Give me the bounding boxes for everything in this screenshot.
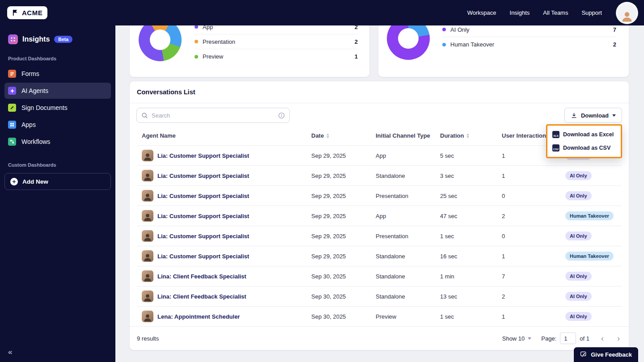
- sidebar-item-label: Forms: [21, 70, 39, 77]
- agent-avatar: [142, 290, 153, 302]
- nav-support[interactable]: Support: [581, 9, 602, 16]
- list-toolbar: Download: [130, 103, 629, 125]
- prev-page-button[interactable]: ‹: [599, 334, 606, 342]
- cell-duration: 13 sec: [440, 293, 502, 300]
- legend-dot: [442, 43, 446, 46]
- cell-date: Sep 29, 2025: [311, 233, 376, 240]
- give-feedback-button[interactable]: Give Feedback: [573, 347, 639, 362]
- sidebar-item-apps[interactable]: Apps: [4, 117, 111, 133]
- cell-date: Sep 29, 2025: [311, 253, 376, 260]
- cell-duration: 1 sec: [440, 233, 502, 240]
- cell-channel: Standalone: [376, 253, 440, 260]
- sort-icon[interactable]: [466, 134, 469, 138]
- list-footer: 9 results Show 10 Page: of 1 ‹ ›: [130, 326, 629, 350]
- info-icon[interactable]: [278, 112, 285, 119]
- table-row[interactable]: Lia: Customer Support Specialist Sep 29,…: [137, 206, 622, 226]
- nav-all-teams[interactable]: All Teams: [543, 9, 568, 16]
- status-badge: AI Only: [565, 191, 592, 200]
- sidebar-item-forms[interactable]: Forms: [4, 66, 111, 82]
- acme-logo[interactable]: ACME: [7, 6, 47, 19]
- feedback-label: Give Feedback: [591, 351, 632, 358]
- nav-workspace[interactable]: Workspace: [467, 9, 496, 16]
- table-row[interactable]: Lina: Client Feedback Specialist Sep 30,…: [137, 286, 622, 306]
- agent-name-link[interactable]: Lia: Customer Support Specialist: [157, 152, 249, 159]
- download-button[interactable]: Download: [564, 108, 622, 123]
- cell-duration: 16 sec: [440, 253, 502, 260]
- agent-name-link[interactable]: Lina: Client Feedback Specialist: [157, 293, 246, 300]
- cell-channel: Preview: [376, 313, 440, 320]
- cell-date: Sep 29, 2025: [311, 193, 376, 199]
- sidebar: Insights Beta Product Dashboards Forms A…: [0, 25, 115, 362]
- agent-name-link[interactable]: Lina: Client Feedback Specialist: [157, 273, 246, 280]
- sidebar-item-workflows[interactable]: Workflows: [4, 134, 111, 150]
- column-duration[interactable]: Duration: [440, 132, 502, 139]
- cell-channel: Standalone: [376, 173, 440, 179]
- page-total: of 1: [580, 335, 589, 342]
- table-row[interactable]: Lia: Customer Support Specialist Sep 29,…: [137, 246, 622, 266]
- status-badge: AI Only: [565, 272, 592, 281]
- show-per-page-select[interactable]: Show 10: [502, 335, 532, 342]
- download-excel-option[interactable]: XLS Download as Excel: [547, 128, 621, 141]
- agent-name-link[interactable]: Lena: Appointment Scheduler: [157, 313, 240, 320]
- agent-name-link[interactable]: Lia: Customer Support Specialist: [157, 213, 249, 219]
- logo-flag-icon: [12, 9, 19, 16]
- cell-interactions: 1: [502, 173, 565, 179]
- table-row[interactable]: Lia: Customer Support Specialist Sep 29,…: [137, 226, 622, 246]
- agent-avatar: [142, 250, 153, 262]
- list-title: Conversations List: [130, 81, 629, 103]
- cell-interactions: 7: [502, 273, 565, 280]
- sign-documents-icon: [8, 104, 16, 112]
- sidebar-item-label: Sign Documents: [21, 104, 68, 111]
- sort-icon[interactable]: [326, 134, 329, 138]
- cell-interactions: 2: [502, 293, 565, 300]
- search-input[interactable]: [152, 112, 275, 119]
- cell-channel: App: [376, 213, 440, 219]
- column-label: Duration: [440, 132, 464, 139]
- sidebar-item-sign-documents[interactable]: Sign Documents: [4, 100, 111, 116]
- table-row[interactable]: Lina: Client Feedback Specialist Sep 30,…: [137, 266, 622, 286]
- cell-interactions: 0: [502, 193, 565, 199]
- user-avatar[interactable]: [617, 3, 637, 23]
- legend-item: Presentation 2: [195, 34, 358, 49]
- agent-name-link[interactable]: Lia: Customer Support Specialist: [157, 253, 249, 260]
- nav-insights[interactable]: Insights: [510, 9, 530, 16]
- legend-label: Presentation: [203, 38, 355, 45]
- results-count: 9 results: [137, 335, 159, 342]
- download-csv-option[interactable]: CSV Download as CSV: [547, 141, 621, 155]
- csv-file-icon: CSV: [552, 144, 559, 152]
- legend-value: 2: [613, 41, 616, 48]
- page-input[interactable]: [560, 333, 576, 344]
- agent-avatar: [142, 210, 153, 222]
- next-page-button[interactable]: ›: [615, 334, 622, 342]
- legend-label: Preview: [203, 53, 355, 60]
- cell-duration: 5 sec: [440, 152, 502, 159]
- agent-name-link[interactable]: Lia: Customer Support Specialist: [157, 233, 249, 240]
- legend-dot: [195, 55, 198, 59]
- show-label: Show 10: [502, 335, 525, 342]
- agent-name-link[interactable]: Lia: Customer Support Specialist: [157, 173, 249, 179]
- column-date[interactable]: Date: [311, 132, 376, 139]
- apps-icon: [8, 121, 16, 129]
- legend-dot: [195, 25, 198, 29]
- sidebar-item-ai-agents[interactable]: AI Agents: [4, 83, 111, 99]
- cell-interactions: 1: [502, 253, 565, 260]
- column-label: Date: [311, 132, 324, 139]
- download-icon: [571, 112, 577, 119]
- table-row[interactable]: Lena: Appointment Scheduler Sep 30, 2025…: [137, 306, 622, 326]
- agent-avatar: [142, 150, 153, 161]
- search-icon: [141, 112, 148, 119]
- table-row[interactable]: Lia: Customer Support Specialist Sep 29,…: [137, 185, 622, 206]
- add-new-button[interactable]: Add New: [4, 173, 111, 190]
- cell-date: Sep 30, 2025: [311, 273, 376, 280]
- collapse-sidebar-button[interactable]: «: [8, 348, 12, 357]
- agent-name-link[interactable]: Lia: Customer Support Specialist: [157, 193, 249, 199]
- cell-interactions: 0: [502, 233, 565, 240]
- table-row[interactable]: Lia: Customer Support Specialist Sep 29,…: [137, 165, 622, 185]
- cell-date: Sep 30, 2025: [311, 313, 376, 320]
- download-menu: XLS Download as Excel CSV Download as CS…: [546, 124, 622, 158]
- ai-agents-icon: [8, 87, 16, 95]
- cell-channel: Presentation: [376, 193, 440, 199]
- search-box[interactable]: [136, 108, 290, 123]
- donut-hole: [150, 29, 170, 50]
- status-badge: AI Only: [565, 292, 592, 301]
